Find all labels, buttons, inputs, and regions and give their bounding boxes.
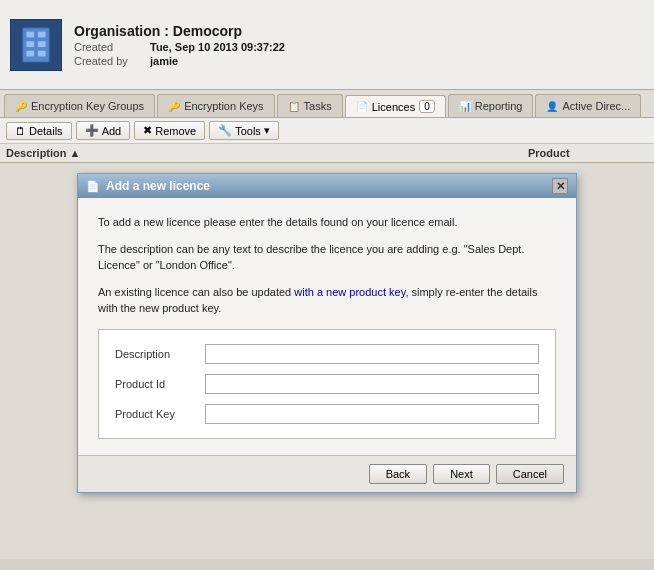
dialog-para1: To add a new licence please enter the de… <box>98 214 556 231</box>
product-id-label: Product Id <box>115 378 195 390</box>
product-id-input[interactable] <box>205 374 539 394</box>
close-icon: ✕ <box>556 180 565 193</box>
add-licence-dialog: 📄 Add a new licence ✕ To add a new licen… <box>77 173 577 493</box>
key-groups-icon: 🔑 <box>15 101 27 112</box>
col-description-label: Description <box>6 147 67 159</box>
created-row: Created Tue, Sep 10 2013 09:37:22 <box>74 41 285 53</box>
next-button[interactable]: Next <box>433 464 490 484</box>
dialog-body: To add a new licence please enter the de… <box>78 198 576 455</box>
tab-encryption-key-groups-label: Encryption Key Groups <box>31 100 144 112</box>
tab-bar: 🔑 Encryption Key Groups 🔑 Encryption Key… <box>0 90 654 118</box>
description-input[interactable] <box>205 344 539 364</box>
details-label: Details <box>29 125 63 137</box>
svg-rect-3 <box>27 41 35 47</box>
product-id-row: Product Id <box>115 374 539 394</box>
svg-rect-6 <box>38 50 46 56</box>
tools-button[interactable]: 🔧 Tools ▾ <box>209 121 279 140</box>
created-label: Created <box>74 41 144 53</box>
svg-rect-5 <box>27 50 35 56</box>
dialog-footer: Back Next Cancel <box>78 455 576 492</box>
tools-icon: 🔧 <box>218 124 232 137</box>
tab-encryption-keys-label: Encryption Keys <box>184 100 263 112</box>
tools-label: Tools <box>235 125 261 137</box>
cancel-button[interactable]: Cancel <box>496 464 564 484</box>
tab-reporting[interactable]: 📊 Reporting <box>448 94 534 117</box>
table-header: Description ▲ Product <box>0 144 654 163</box>
dialog-title-icon: 📄 <box>86 180 100 193</box>
tab-licences[interactable]: 📄 Licences 0 <box>345 95 446 118</box>
dialog-para3-before: An existing licence can also be updated <box>98 286 294 298</box>
tab-licences-label: Licences <box>372 101 415 113</box>
tab-tasks-label: Tasks <box>304 100 332 112</box>
toolbar: 🗒 Details ➕ Add ✖ Remove 🔧 Tools ▾ <box>0 118 654 144</box>
org-title: Organisation : Democorp <box>74 23 285 39</box>
dialog-para3: An existing licence can also be updated … <box>98 284 556 317</box>
remove-label: Remove <box>155 125 196 137</box>
tab-active-directory-label: Active Direc... <box>562 100 630 112</box>
remove-button[interactable]: ✖ Remove <box>134 121 205 140</box>
details-icon: 🗒 <box>15 125 26 137</box>
tab-active-directory[interactable]: 👤 Active Direc... <box>535 94 641 117</box>
description-label: Description <box>115 348 195 360</box>
tab-encryption-key-groups[interactable]: 🔑 Encryption Key Groups <box>4 94 155 117</box>
modal-overlay: 📄 Add a new licence ✕ To add a new licen… <box>0 163 654 559</box>
active-dir-icon: 👤 <box>546 101 558 112</box>
created-by-row: Created by jamie <box>74 55 285 67</box>
product-key-label: Product Key <box>115 408 195 420</box>
header: Organisation : Democorp Created Tue, Sep… <box>0 0 654 90</box>
add-icon: ➕ <box>85 124 99 137</box>
licences-icon: 📄 <box>356 101 368 112</box>
form-section: Description Product Id Product Key <box>98 329 556 439</box>
remove-icon: ✖ <box>143 124 152 137</box>
product-key-row: Product Key <box>115 404 539 424</box>
created-value: Tue, Sep 10 2013 09:37:22 <box>150 41 285 53</box>
tasks-icon: 📋 <box>288 101 300 112</box>
main-content: 📄 Add a new licence ✕ To add a new licen… <box>0 163 654 559</box>
col-product: Product <box>528 147 648 159</box>
created-by-value: jamie <box>150 55 178 67</box>
key-icon: 🔑 <box>168 101 180 112</box>
dialog-para3-highlight: with a new product key <box>294 286 405 298</box>
dialog-titlebar: 📄 Add a new licence ✕ <box>78 174 576 198</box>
reporting-icon: 📊 <box>459 101 471 112</box>
back-button[interactable]: Back <box>369 464 427 484</box>
licences-badge: 0 <box>419 100 435 113</box>
description-row: Description <box>115 344 539 364</box>
details-button[interactable]: 🗒 Details <box>6 122 72 140</box>
dialog-title-text: Add a new licence <box>106 179 210 193</box>
svg-rect-1 <box>27 31 35 37</box>
dialog-close-button[interactable]: ✕ <box>552 178 568 194</box>
add-button[interactable]: ➕ Add <box>76 121 131 140</box>
dialog-title-left: 📄 Add a new licence <box>86 179 210 193</box>
add-label: Add <box>102 125 122 137</box>
product-key-input[interactable] <box>205 404 539 424</box>
tab-reporting-label: Reporting <box>475 100 523 112</box>
dialog-para2: The description can be any text to descr… <box>98 241 556 274</box>
created-by-label: Created by <box>74 55 144 67</box>
col-description: Description ▲ <box>6 147 528 159</box>
svg-rect-4 <box>38 41 46 47</box>
header-info: Organisation : Democorp Created Tue, Sep… <box>74 23 285 67</box>
tab-tasks[interactable]: 📋 Tasks <box>277 94 343 117</box>
tools-chevron-icon: ▾ <box>264 124 270 137</box>
sort-icon: ▲ <box>70 147 81 159</box>
svg-rect-2 <box>38 31 46 37</box>
org-icon <box>10 19 62 71</box>
tab-encryption-keys[interactable]: 🔑 Encryption Keys <box>157 94 274 117</box>
